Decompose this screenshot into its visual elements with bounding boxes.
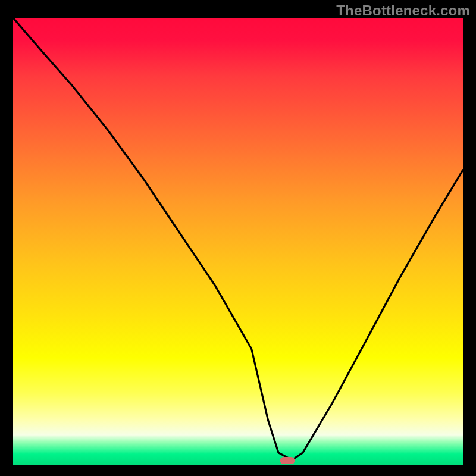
- curve-path: [13, 18, 463, 460]
- bottleneck-curve: [13, 18, 463, 465]
- plot-area: [13, 18, 463, 465]
- watermark-text: TheBottleneck.com: [336, 2, 470, 19]
- chart-frame: TheBottleneck.com: [0, 0, 476, 476]
- optimal-point-marker: [280, 457, 295, 464]
